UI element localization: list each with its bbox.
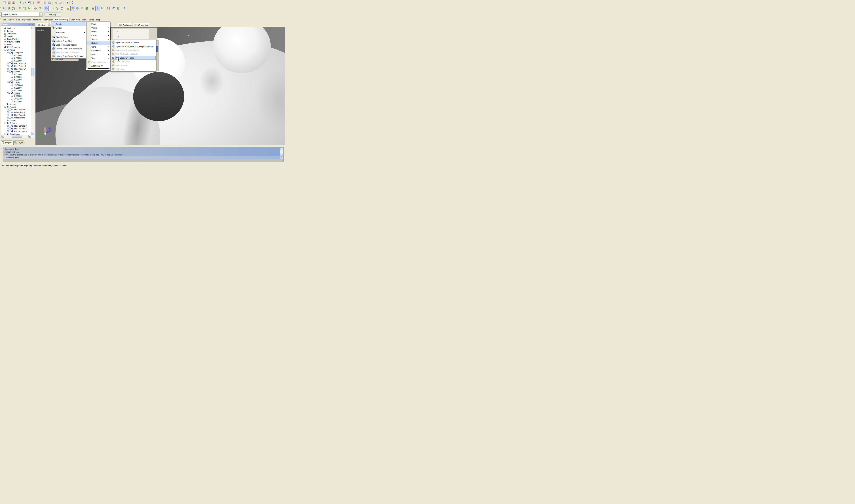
menubar-inspection[interactable]: Inspection	[21, 18, 32, 21]
undo-button[interactable]	[53, 1, 58, 5]
tree-item-ref-point-16[interactable]: +Ref. Point 16	[2, 65, 31, 68]
rotate-view-button[interactable]	[38, 6, 42, 11]
scroll-up-icon[interactable]: ▲	[32, 26, 34, 29]
menu-item-plane[interactable]: Plane►	[87, 30, 110, 34]
table-view-button[interactable]: ▾	[59, 6, 64, 11]
menubar-file[interactable]: File	[2, 18, 7, 21]
menubar-user-tools[interactable]: User Tools	[69, 18, 81, 21]
expand-icon[interactable]: +	[7, 111, 8, 113]
log-vscrollbar[interactable]: ▲ ▼	[280, 147, 283, 159]
menu-item-transform[interactable]: Transform►	[51, 31, 86, 34]
tree-item-0-00000[interactable]: Y0.00000	[2, 87, 31, 89]
menu-item-bind-to-shell[interactable]: Bind To Shell	[51, 35, 86, 39]
tree-item-circles[interactable]: Circles	[2, 119, 31, 122]
menu-item-pick-circle-input-height[interactable]: Pick Circle & Input Height	[111, 52, 156, 56]
menu-item-input-axis-point-direction-height-radius[interactable]: Input Axis Point, Direction, Height & Ra…	[111, 44, 156, 48]
tree-item-loops[interactable]: Loops	[2, 30, 31, 32]
dock-handle[interactable]: x ▶	[0, 147, 3, 162]
view-shuffle-button[interactable]	[22, 6, 27, 11]
collapse-icon[interactable]: −	[4, 133, 6, 135]
select-region-button[interactable]	[50, 6, 55, 11]
log-vscroll-thumb[interactable]	[280, 154, 283, 156]
menubar-ref-geometry[interactable]: Ref. Geometry	[54, 18, 69, 21]
print-preview-button[interactable]	[42, 1, 47, 5]
scroll-left-icon[interactable]: ◄	[1, 135, 4, 138]
panel-close-icon[interactable]: x	[32, 23, 34, 25]
tree-item-view-positions[interactable]: View Positions	[2, 40, 31, 43]
expand-icon[interactable]: +	[7, 117, 8, 119]
tree-item-ref-plane-8[interactable]: +Ref. Plane 8	[2, 113, 31, 116]
ref-sphere-button[interactable]	[85, 6, 89, 11]
tree-item-points[interactable]: −Points	[2, 49, 31, 51]
tree-item-notes[interactable]: Notes	[2, 43, 31, 46]
menu-item-unbind-from-curve-or-surface[interactable]: Unbind From Curve Or Surface	[51, 54, 86, 58]
collapse-icon[interactable]: −	[7, 82, 8, 83]
expand-icon[interactable]: +	[7, 128, 8, 129]
tree-hscroll-thumb[interactable]	[12, 135, 22, 138]
export-model-button[interactable]	[18, 1, 22, 5]
tree-item-0-00000[interactable]: Z0.00000	[2, 89, 31, 92]
menu-item-coordinate[interactable]: Coordinate►	[87, 49, 110, 52]
command-input-strip[interactable]	[3, 159, 283, 162]
wire-view-button[interactable]: ▾	[55, 6, 59, 11]
zoom-orbit-button[interactable]	[7, 6, 12, 11]
scroll-right-icon[interactable]: ►	[29, 135, 31, 138]
expand-icon[interactable]: +	[7, 62, 8, 64]
mesh-view-button[interactable]	[100, 6, 105, 11]
expand-icon[interactable]: +	[7, 130, 8, 132]
zoom-button[interactable]	[2, 6, 7, 11]
tree-item-templates[interactable]: Templates	[2, 32, 31, 35]
import-document-button[interactable]	[7, 1, 12, 5]
panel-tab-layer[interactable]: Layer	[13, 141, 24, 145]
checkbox-icon[interactable]: ✓	[9, 52, 11, 54]
tree-item-planes[interactable]: −Planes	[2, 105, 31, 108]
checkbox-icon[interactable]	[9, 130, 11, 132]
expand-icon[interactable]: +	[7, 109, 8, 110]
viewport-tab-3d-imaging[interactable]: 3D Imaging	[132, 23, 149, 27]
new-document-button[interactable]	[2, 1, 7, 5]
export-data-button[interactable]	[22, 1, 27, 5]
tree-item-0-00000[interactable]: X0.00000	[2, 54, 31, 57]
menu-item-create[interactable]: Create►	[51, 22, 86, 26]
tree-item-ref-sphere-5[interactable]: +Ref. Sphere 5	[2, 130, 31, 132]
project-panel-titlebar[interactable]: Project ▲ x	[1, 23, 35, 26]
tree-item-0-00000[interactable]: Y0.00000	[2, 57, 31, 59]
collapse-icon[interactable]: −	[4, 122, 6, 124]
menubar-macro[interactable]: Macro	[87, 18, 95, 21]
menu-item-bind-to-feature-region[interactable]: Bind To Feature Region	[51, 43, 86, 47]
panel-tab-project[interactable]: Project	[1, 141, 13, 145]
tree-item-ref-sphere-4[interactable]: +Ref. Sphere 4	[2, 127, 31, 130]
initial-report-button[interactable]	[27, 1, 32, 5]
command-log[interactable]: Command done> AlignRefCoord>>> Pick two …	[3, 147, 283, 159]
colorbar-flag-button[interactable]	[116, 6, 120, 11]
menu-item-additional-kit[interactable]: Additional Kit	[87, 64, 110, 68]
menu-item-vector[interactable]: Vector►	[87, 26, 110, 30]
tree-item-ref-point-15[interactable]: +Ref. Point 15	[2, 62, 31, 65]
ref-cylinder-button[interactable]	[66, 6, 70, 11]
menu-item-delete[interactable]: Delete	[51, 26, 86, 30]
checkbox-icon[interactable]: ✓	[9, 92, 11, 94]
view-cube-button[interactable]	[18, 6, 22, 11]
tree-item-vectors[interactable]: Vectors	[2, 103, 31, 105]
checkbox-icon[interactable]	[9, 62, 11, 65]
close-icon[interactable]: x	[1, 147, 2, 149]
menu-item-bind-to-curve-or-surface[interactable]: Bind To Curve Or Surface	[51, 51, 86, 54]
scroll-down-icon[interactable]: ▼	[280, 157, 283, 159]
menubar-help[interactable]: Help	[95, 18, 102, 21]
expand-icon[interactable]: +	[7, 68, 8, 70]
tree-item-offset-plane[interactable]: +Offset Plane	[2, 116, 31, 119]
viewport-tab-exchange[interactable]: Exchange	[118, 23, 133, 27]
flag-annotate-button[interactable]	[111, 6, 116, 11]
tree-vscroll-thumb[interactable]	[32, 68, 34, 76]
point-cloud-button[interactable]	[80, 6, 85, 11]
menu-item-point[interactable]: Point►	[87, 22, 110, 26]
tree-item-ref-sphere-3[interactable]: +Ref. Sphere 3	[2, 124, 31, 127]
tree-item-xpoint[interactable]: −✓Xpoint	[2, 81, 31, 84]
checkbox-icon[interactable]	[9, 127, 11, 129]
tree-item-solids[interactable]: Solids	[2, 35, 31, 38]
tree-item-5-00000[interactable]: Z5.00000	[2, 78, 31, 81]
tree-item-15-86048[interactable]: X15.86048	[2, 84, 31, 87]
expand-icon[interactable]: ▶	[1, 151, 2, 153]
menubar-edit[interactable]: Edit	[15, 18, 21, 21]
tree-item-0-00000[interactable]: X0.00000	[2, 73, 31, 76]
